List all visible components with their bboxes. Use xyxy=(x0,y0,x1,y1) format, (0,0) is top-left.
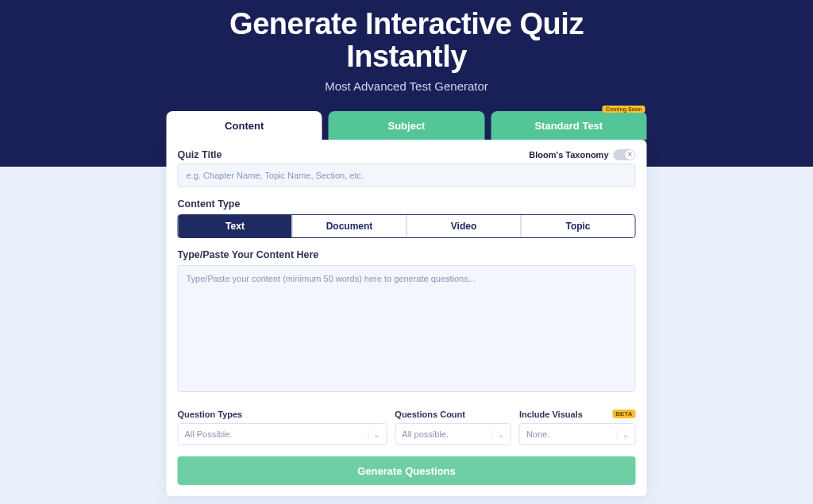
segment-text[interactable]: Text xyxy=(179,215,292,237)
question-types-value: All Possible. xyxy=(185,429,233,439)
tab-content-label: Content xyxy=(225,120,264,132)
tab-bar: Content Subject Standard Test Coming Soo… xyxy=(167,111,647,140)
hero-title-line1: Generate Interactive Quiz xyxy=(229,7,584,40)
content-type-label: Content Type xyxy=(178,198,636,210)
include-visuals-group: Include Visuals BETA None. ⌄ xyxy=(519,410,636,445)
beta-badge: BETA xyxy=(612,410,635,418)
tab-standard-label: Standard Test xyxy=(534,120,603,132)
questions-count-label: Questions Count xyxy=(395,410,511,419)
chevron-down-icon: ⌄ xyxy=(492,430,504,439)
questions-count-value: All possible. xyxy=(402,429,449,439)
content-textarea[interactable] xyxy=(178,265,636,392)
quiz-title-input[interactable] xyxy=(178,164,636,187)
coming-soon-badge: Coming Soon xyxy=(603,106,645,113)
tab-subject[interactable]: Subject xyxy=(329,111,484,140)
bloom-taxonomy-group: Bloom's Taxonomy xyxy=(529,149,635,160)
include-visuals-select[interactable]: None. ⌄ xyxy=(519,423,636,445)
quiz-title-label: Quiz Title xyxy=(178,149,222,160)
bloom-taxonomy-toggle[interactable] xyxy=(614,149,636,160)
options-row: Question Types All Possible. ⌄ Questions… xyxy=(178,410,636,445)
questions-count-group: Questions Count All possible. ⌄ xyxy=(395,410,511,445)
main-wrapper: Content Subject Standard Test Coming Soo… xyxy=(167,111,647,496)
bloom-taxonomy-label: Bloom's Taxonomy xyxy=(529,150,608,160)
hero-title: Generate Interactive Quiz Instantly xyxy=(0,8,813,73)
chevron-down-icon: ⌄ xyxy=(617,430,629,439)
question-types-group: Question Types All Possible. ⌄ xyxy=(178,410,387,445)
segment-video[interactable]: Video xyxy=(406,215,521,237)
generate-button-label: Generate Questions xyxy=(357,465,456,477)
tab-subject-label: Subject xyxy=(388,120,426,132)
chevron-down-icon: ⌄ xyxy=(368,430,380,439)
question-types-label: Question Types xyxy=(178,410,387,419)
questions-count-select[interactable]: All possible. ⌄ xyxy=(395,423,511,445)
title-row: Quiz Title Bloom's Taxonomy xyxy=(178,149,636,160)
tab-standard-test[interactable]: Standard Test Coming Soon xyxy=(491,111,646,140)
segment-document[interactable]: Document xyxy=(292,215,406,237)
content-area-label: Type/Paste Your Content Here xyxy=(178,249,636,260)
form-panel: Quiz Title Bloom's Taxonomy Content Type… xyxy=(167,140,647,496)
question-types-select[interactable]: All Possible. ⌄ xyxy=(178,423,387,445)
hero-subtitle: Most Advanced Test Generator xyxy=(0,79,813,93)
content-type-segments: Text Document Video Topic xyxy=(178,214,636,238)
tab-content[interactable]: Content xyxy=(167,111,322,140)
include-visuals-value: None. xyxy=(526,429,549,439)
generate-questions-button[interactable]: Generate Questions xyxy=(178,456,636,485)
segment-topic[interactable]: Topic xyxy=(521,215,635,237)
hero-title-line2: Instantly xyxy=(346,40,467,73)
